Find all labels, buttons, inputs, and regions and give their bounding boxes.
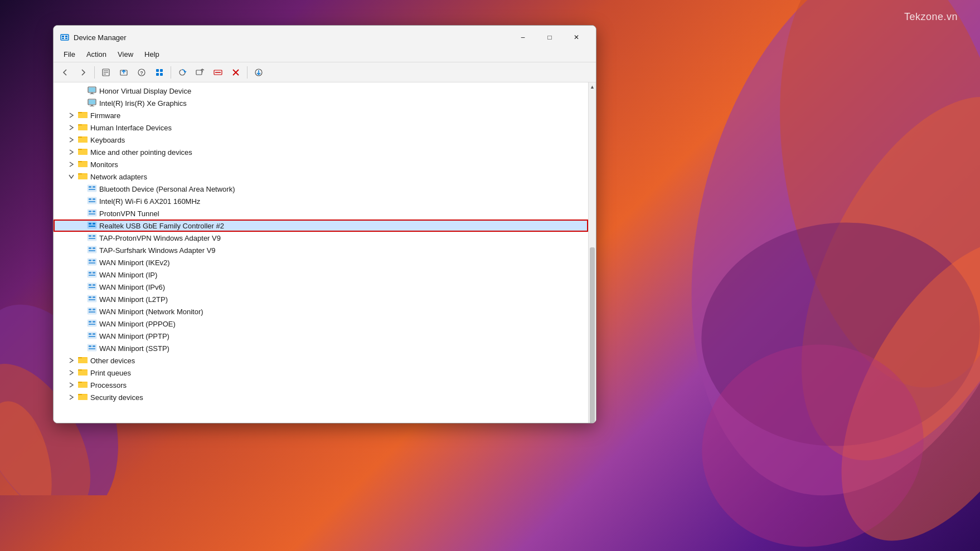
- window-controls: – □ ✕: [510, 28, 589, 46]
- svg-rect-116: [89, 348, 95, 349]
- label-print-queues: Print queues: [90, 369, 131, 377]
- tree-item-bluetooth[interactable]: Bluetooth Device (Personal Area Network): [54, 183, 588, 195]
- tree-item-print-queues[interactable]: Print queues: [54, 367, 588, 379]
- label-monitors: Monitors: [90, 160, 118, 169]
- toggle-keyboards[interactable]: [67, 135, 76, 144]
- toggle-wan-ipv6: [76, 282, 85, 291]
- disable-button[interactable]: [210, 65, 226, 80]
- toolbar: ?: [54, 62, 596, 82]
- toggle-processors[interactable]: [67, 381, 76, 389]
- tree-item-monitors[interactable]: Monitors: [54, 158, 588, 170]
- scroll-up-arrow[interactable]: ▲: [589, 82, 596, 91]
- label-wan-ipv6: WAN Miniport (IPv6): [99, 283, 165, 291]
- forward-button[interactable]: [75, 65, 91, 80]
- folder-icon-print-queues: [78, 368, 88, 378]
- tree-item-wan-ip[interactable]: WAN Miniport (IP): [54, 269, 588, 281]
- toggle-wan-sstp: [76, 344, 85, 353]
- menu-action[interactable]: Action: [81, 48, 112, 60]
- network-icon-tap-protonvpn: [87, 233, 97, 243]
- toggle-tap-protonvpn: [76, 233, 85, 242]
- toggle-mice[interactable]: [67, 148, 76, 157]
- svg-rect-12: [62, 38, 64, 39]
- svg-rect-51: [78, 138, 88, 143]
- svg-rect-106: [89, 321, 91, 323]
- svg-rect-79: [93, 235, 95, 237]
- tree-item-wan-sstp[interactable]: WAN Miniport (SSTP): [54, 342, 588, 354]
- tree-item-tap-surfshark[interactable]: TAP-Surfshark Windows Adapter V9: [54, 244, 588, 256]
- help-button[interactable]: ?: [133, 65, 150, 80]
- tree-item-other-devices[interactable]: Other devices: [54, 354, 588, 367]
- svg-rect-102: [89, 309, 91, 310]
- tree-item-protonvpn[interactable]: ProtonVPN Tunnel: [54, 207, 588, 220]
- tree-item-wan-pppoe[interactable]: WAN Miniport (PPPOE): [54, 318, 588, 330]
- tree-item-firmware[interactable]: Firmware: [54, 109, 588, 121]
- svg-rect-13: [65, 38, 67, 39]
- toggle-security-devices[interactable]: [67, 393, 76, 402]
- svg-rect-97: [88, 295, 96, 302]
- tree-item-honor-display[interactable]: Honor Virtual Display Device: [54, 85, 588, 97]
- tree-item-keyboards[interactable]: Keyboards: [54, 134, 588, 146]
- svg-rect-95: [93, 284, 95, 286]
- menu-file[interactable]: File: [58, 48, 81, 60]
- tree-item-tap-protonvpn[interactable]: TAP-ProtonVPN Windows Adapter V9: [54, 232, 588, 244]
- svg-rect-45: [78, 113, 88, 118]
- minimize-button[interactable]: –: [510, 28, 536, 46]
- back-button[interactable]: [57, 65, 74, 80]
- update-driver-button[interactable]: [115, 65, 132, 80]
- scroll-thumb[interactable]: [590, 247, 595, 423]
- folder-icon-mice: [78, 147, 88, 157]
- svg-rect-40: [89, 100, 95, 104]
- tree-item-intel-wifi[interactable]: Intel(R) Wi-Fi 6 AX201 160MHz: [54, 195, 588, 207]
- svg-rect-54: [78, 150, 88, 155]
- menu-help[interactable]: Help: [139, 48, 165, 60]
- svg-rect-38: [90, 94, 94, 94]
- label-mice: Mice and other pointing devices: [90, 148, 192, 157]
- label-intel-iris: Intel(R) Iris(R) Xe Graphics: [99, 99, 187, 108]
- tree-item-wan-ipv6[interactable]: WAN Miniport (IPv6): [54, 281, 588, 293]
- scrollbar[interactable]: ▲ ▼: [588, 82, 596, 423]
- toggle-firmware[interactable]: [67, 111, 76, 120]
- tree-item-processors[interactable]: Processors: [54, 379, 588, 391]
- tree-item-realtek[interactable]: Realtek USB GbE Family Controller #2: [54, 220, 588, 232]
- svg-rect-85: [88, 259, 96, 265]
- tree-item-wan-l2tp[interactable]: WAN Miniport (L2TP): [54, 293, 588, 305]
- download-button[interactable]: [250, 65, 267, 80]
- tree-item-wan-pptp[interactable]: WAN Miniport (PPTP): [54, 330, 588, 342]
- svg-rect-90: [89, 272, 91, 274]
- svg-rect-60: [78, 174, 88, 179]
- tree-item-mice[interactable]: Mice and other pointing devices: [54, 146, 588, 158]
- folder-icon-firmware: [78, 110, 88, 120]
- scan-button[interactable]: [174, 65, 191, 80]
- label-network-adapters: Network adapters: [90, 173, 147, 181]
- svg-rect-128: [78, 395, 88, 400]
- svg-rect-24: [156, 73, 159, 76]
- svg-rect-71: [93, 211, 95, 212]
- device-tree[interactable]: Honor Virtual Display Device Intel(R) Ir…: [54, 82, 588, 423]
- tree-item-wan-ikev2[interactable]: WAN Miniport (IKEv2): [54, 256, 588, 269]
- device-view-button[interactable]: [151, 65, 168, 80]
- properties-button[interactable]: [98, 65, 114, 80]
- svg-rect-88: [89, 262, 95, 264]
- toggle-other-devices[interactable]: [67, 356, 76, 365]
- toggle-network-adapters[interactable]: [67, 172, 76, 181]
- label-security-devices: Security devices: [90, 393, 143, 402]
- tree-item-intel-iris[interactable]: Intel(R) Iris(R) Xe Graphics: [54, 97, 588, 109]
- menu-view[interactable]: View: [112, 48, 139, 60]
- tree-item-wan-netmon[interactable]: WAN Miniport (Network Monitor): [54, 305, 588, 318]
- tree-item-human-interface[interactable]: Human Interface Devices: [54, 121, 588, 134]
- toggle-print-queues[interactable]: [67, 368, 76, 377]
- toggle-human-interface[interactable]: [67, 123, 76, 132]
- tree-item-security-devices[interactable]: Security devices: [54, 391, 588, 403]
- uninstall-button[interactable]: [227, 65, 244, 80]
- tree-item-network-adapters[interactable]: Network adapters: [54, 170, 588, 183]
- toggle-monitors[interactable]: [67, 160, 76, 169]
- label-processors: Processors: [90, 381, 127, 389]
- toggle-wan-netmon: [76, 307, 85, 316]
- close-button[interactable]: ✕: [564, 28, 589, 46]
- svg-rect-112: [89, 336, 95, 337]
- folder-icon-human-interface: [78, 123, 88, 133]
- svg-rect-11: [65, 36, 67, 37]
- network-icon-wan-netmon: [87, 306, 97, 316]
- add-hardware-button[interactable]: [192, 65, 208, 80]
- maximize-button[interactable]: □: [537, 28, 562, 46]
